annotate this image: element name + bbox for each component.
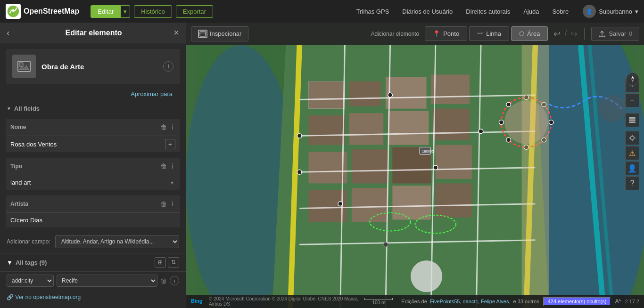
tipo-input[interactable]	[10, 178, 166, 187]
nav-link-diarios[interactable]: Diários de Usuário	[402, 8, 453, 15]
inspect-label: Inspecionar	[210, 30, 241, 37]
osm-logo-icon	[6, 4, 21, 19]
copyright-text: © 2024 Microsoft Corporation © 2024 Digi…	[209, 296, 361, 307]
tipo-delete-button[interactable]: 🗑	[158, 162, 169, 171]
separator: /	[564, 29, 567, 39]
edit-button[interactable]: Editar	[91, 5, 121, 18]
back-button[interactable]: ‹	[7, 27, 10, 38]
map-area[interactable]: Inspecionar Adicionar elemento 📍 Ponto 〰…	[186, 23, 644, 308]
upload-icon	[598, 30, 606, 38]
line-tool-button[interactable]: 〰 Linha	[469, 26, 509, 41]
svg-point-1	[12, 9, 14, 12]
nav-link-ajuda[interactable]: Ajuda	[523, 8, 539, 15]
all-fields-header[interactable]: ▼ All fields	[0, 101, 186, 116]
version-text: 2.17.2	[625, 299, 639, 304]
tipo-info-button[interactable]: i	[169, 162, 175, 171]
warning-button[interactable]: ⚠	[625, 146, 639, 160]
redo-button[interactable]: ↪	[570, 29, 578, 39]
element-type-name: Obra de Arte	[41, 63, 157, 71]
tag-key-select[interactable]: addr:city	[7, 275, 54, 287]
inspect-button[interactable]: Inspecionar	[191, 26, 248, 41]
nome-info-button[interactable]: i	[169, 122, 175, 132]
osm-link-area: 🔗 Ver no openstreetmap.org	[0, 290, 186, 304]
area-icon: ⬡	[519, 30, 524, 37]
north-arrow-button[interactable]	[626, 73, 639, 86]
line-label: Linha	[486, 30, 501, 37]
svg-rect-26	[352, 188, 388, 222]
area-tool-button[interactable]: ⬡ Área	[511, 26, 548, 41]
nav-link-trilhas[interactable]: Trilhas GPS	[356, 8, 389, 15]
sidebar: ‹ Editar elemento × Obra de Arte i Aprox…	[0, 23, 186, 308]
user-menu[interactable]: 👤 Suburbanno ▾	[583, 5, 638, 18]
tipo-dropdown-button[interactable]: ▾	[169, 178, 175, 187]
artista-value-row	[6, 213, 180, 227]
tags-sort-button[interactable]: ⇅	[168, 257, 179, 267]
save-count: 0	[629, 31, 632, 37]
help-button[interactable]: ?	[625, 176, 639, 190]
svg-point-54	[388, 93, 393, 97]
tag-info-button[interactable]: i	[170, 276, 179, 285]
save-button[interactable]: Salvar 0	[591, 27, 639, 41]
nome-delete-button[interactable]: 🗑	[158, 122, 169, 132]
tag-delete-button[interactable]: 🗑	[160, 277, 167, 284]
bing-logo: Bing	[191, 298, 205, 305]
tag-val-select[interactable]: Recife	[57, 275, 157, 287]
nome-input[interactable]	[10, 140, 162, 149]
edit-button-group: Editar ▾	[91, 5, 130, 18]
svg-rect-20	[433, 109, 470, 140]
tag-row-addr-city: addr:city Recife 🗑 i	[0, 271, 186, 290]
map-canvas[interactable]: 180045 + −	[186, 45, 644, 308]
all-tags-header[interactable]: ▼ All tags (9) ⊞ ⇅	[0, 253, 186, 271]
nav-link-direitos[interactable]: Direitos autorais	[466, 8, 510, 15]
artista-delete-button[interactable]: 🗑	[158, 199, 169, 209]
map-controls: + − ⚠ 👤 ?	[625, 78, 639, 190]
artista-info-button[interactable]: i	[169, 199, 175, 209]
svg-point-55	[433, 165, 438, 170]
edit-dropdown-button[interactable]: ▾	[121, 5, 130, 18]
zoom-out-button[interactable]: −	[625, 93, 639, 107]
svg-rect-4	[200, 32, 206, 36]
scale-label: 100 m	[372, 300, 385, 305]
undo-button[interactable]: ↩	[553, 29, 561, 39]
add-field-select[interactable]: Altitude, Andar, Artigo na Wikipédia...	[55, 235, 179, 248]
svg-point-53	[297, 170, 302, 175]
tags-grid-button[interactable]: ⊞	[155, 257, 166, 267]
svg-rect-14	[349, 81, 381, 106]
aproximar-link[interactable]: Aproximar para	[124, 89, 179, 101]
tipo-label-row: Tipo 🗑 i	[6, 158, 180, 175]
svg-rect-17	[308, 115, 345, 145]
edit-credit: Edições de FivePoints55, danctc, Felipe …	[401, 299, 539, 304]
close-button[interactable]: ×	[173, 27, 179, 38]
gps-button[interactable]	[625, 131, 639, 145]
map-tool-group: 📍 Ponto 〰 Linha ⬡ Área	[425, 26, 548, 41]
historic-button[interactable]: Histórico	[134, 5, 172, 18]
nav-link-sobre[interactable]: Sobre	[552, 8, 569, 15]
map-toolbar: Inspecionar Adicionar elemento 📍 Ponto 〰…	[186, 23, 644, 45]
element-info-button[interactable]: i	[163, 61, 173, 72]
svg-rect-63	[522, 45, 549, 308]
top-navigation: OpenStreetMap Editar ▾ Histórico Exporta…	[0, 0, 644, 23]
osm-link[interactable]: 🔗 Ver no openstreetmap.org	[7, 294, 81, 300]
layers-button[interactable]	[625, 113, 639, 127]
map-action-group: ↩ / ↪ Salvar 0	[553, 27, 639, 41]
export-button[interactable]: Exportar	[176, 5, 213, 18]
point-tool-button[interactable]: 📍 Ponto	[425, 26, 467, 41]
people-button[interactable]: 👤	[625, 161, 639, 175]
svg-rect-22	[352, 149, 388, 183]
svg-point-44	[499, 120, 504, 125]
hidden-elements-badge[interactable]: 424 elemento(s) oculto(s)	[543, 297, 611, 306]
editor-links[interactable]: FivePoints55, danctc, Felipe Alves,	[430, 299, 511, 304]
font-size-button[interactable]: Aᴬ	[615, 298, 621, 305]
artista-label: Artista	[10, 201, 158, 207]
svg-rect-28	[436, 183, 472, 217]
point-icon: 📍	[433, 30, 440, 37]
svg-text:180045: 180045	[422, 149, 434, 154]
svg-point-58	[383, 243, 388, 247]
all-tags-chevron: ▼	[7, 259, 13, 266]
svg-point-57	[338, 202, 343, 206]
svg-rect-18	[349, 113, 383, 145]
point-label: Ponto	[443, 30, 459, 37]
artista-input[interactable]	[10, 216, 175, 225]
nome-add-button[interactable]: +	[165, 139, 175, 149]
svg-point-61	[599, 95, 626, 122]
